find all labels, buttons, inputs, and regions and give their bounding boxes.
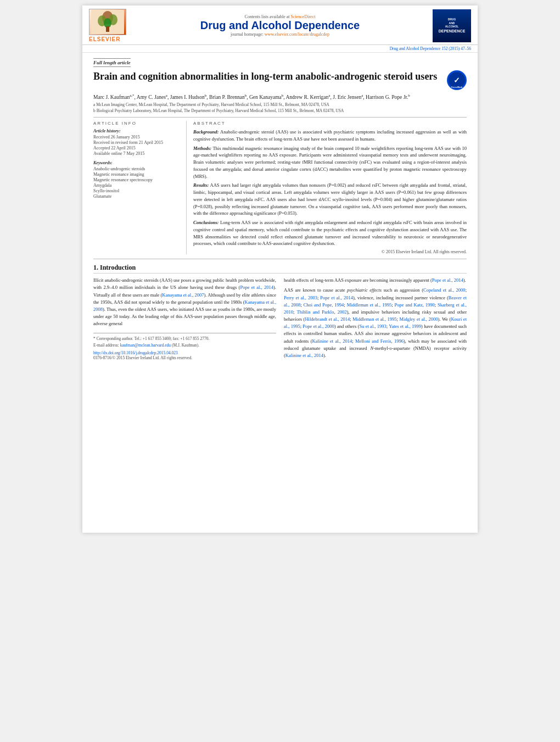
ref-choi1994[interactable]: Choi and Pope, 1994 — [304, 302, 344, 308]
received-date: Received 26 January 2015 — [93, 135, 181, 140]
copyright-line: © 2015 Elsevier Ireland Ltd. All rights … — [193, 249, 467, 254]
article-info-abstract-section: ARTICLE INFO Article history: Received 2… — [93, 121, 467, 254]
elsevier-tree-image — [89, 9, 126, 35]
article-info-heading: ARTICLE INFO — [93, 121, 181, 126]
abstract-column: ABSTRACT Background: Anabolic-androgenic… — [193, 121, 467, 254]
ref-midgley2000[interactable]: Midgley et al., 2000 — [400, 316, 438, 322]
ref-kalinine2014-1[interactable]: Kalinine et al., 2014 — [312, 338, 352, 344]
ref-kanayama2008[interactable]: Kanayama et al., 2008 — [93, 299, 276, 312]
footnote-email-link[interactable]: kaufman@mclean.harvard.edu — [120, 343, 171, 348]
authors-line: Marc J. Kaufmana,*, Amy C. Janesa, James… — [93, 93, 467, 100]
ref-pope1990[interactable]: Pope and Katz, 1990 — [394, 302, 434, 308]
keyword-1: Anabolic-androgenic steroids — [93, 166, 181, 171]
keyword-4: Amygdala — [93, 183, 181, 188]
methods-text: This multimodal magnetic resonance imagi… — [193, 146, 467, 179]
issn-line: 0376-8716/© 2015 Elsevier Ireland Ltd. A… — [93, 355, 276, 360]
page: ELSEVIER Contents lists available at Sci… — [82, 5, 478, 533]
footnote-email-name: (M.J. Kaufman). — [172, 343, 199, 348]
sciencedirect-line: Contents lists available at ScienceDirec… — [127, 14, 433, 19]
ref-kanayama2007[interactable]: Kanayama et al., 2007 — [162, 292, 204, 298]
ref-pope2014-1[interactable]: Pope et al., 2014 — [240, 284, 273, 290]
content-area: Full length article Brain and cognition … — [82, 53, 478, 371]
elsevier-text: ELSEVIER — [89, 36, 120, 42]
conclusions-text: Long-term AAS use is associated with rig… — [193, 220, 467, 246]
ref-hildebrandt2014[interactable]: Hildebrandt et al., 2014 — [305, 316, 350, 322]
keywords-label: Keywords: — [93, 160, 181, 165]
background-label: Background: — [193, 129, 219, 135]
keyword-6: Glutamate — [93, 194, 181, 199]
svg-rect-5 — [106, 26, 109, 32]
paper-title: Brain and cognition abnormalities in lon… — [93, 70, 441, 83]
others-text: others — [345, 323, 356, 329]
svg-text:✓: ✓ — [453, 76, 460, 85]
abstract-background: Background: Anabolic-androgenic steroid … — [193, 129, 467, 143]
intro-para1: Illicit anabolic-androgenic steroids (AA… — [93, 277, 276, 327]
svg-text:CrossMark: CrossMark — [451, 86, 463, 88]
conclusions-label: Conclusions: — [193, 220, 219, 225]
article-info-column: ARTICLE INFO Article history: Received 2… — [93, 121, 187, 254]
ref-copeland2000[interactable]: Copeland et al., 2000 — [423, 287, 466, 293]
doi-footer[interactable]: http://dx.doi.org/10.1016/j.drugalcdep.2… — [93, 350, 276, 355]
body-section: 1. Introduction Illicit anabolic-androge… — [93, 264, 467, 362]
affiliation-b: b Biological Psychiatry Laboratory, McLe… — [93, 108, 467, 114]
keyword-5: Scyllo-inositol — [93, 188, 181, 193]
journal-logo-right: DRUGANDALCOHOLDEPENDENCE — [433, 9, 471, 42]
sciencedirect-link[interactable]: ScienceDirect — [291, 14, 316, 19]
crossmark-badge: ✓ CrossMark — [447, 70, 467, 90]
methods-label: Methods: — [193, 146, 211, 151]
keyword-2: Magnetic resonance imaging — [93, 172, 181, 177]
accepted-date: Accepted 22 April 2015 — [93, 146, 181, 150]
available-online-date: Available online 7 May 2015 — [93, 151, 181, 156]
body-col-left: Illicit anabolic-androgenic steroids (AA… — [93, 277, 276, 362]
elsevier-logo-area: ELSEVIER — [89, 9, 127, 42]
homepage-line: journal homepage: www.elsevier.com/locat… — [127, 32, 433, 37]
abstract-heading: ABSTRACT — [193, 121, 467, 126]
article-history-label: Article history: — [93, 129, 181, 133]
footnote-corresponding: * Corresponding author. Tel.: +1 617 855… — [93, 336, 276, 342]
ref-perry2003[interactable]: Perry et al., 2003 — [284, 295, 317, 300]
journal-info-center: Contents lists available at ScienceDirec… — [127, 14, 433, 37]
ref-su1993[interactable]: Su et al., 1993 — [359, 323, 386, 329]
journal-title: Drug and Alcohol Dependence — [127, 19, 433, 32]
footnote-email-label: E-mail address: — [93, 343, 120, 348]
ref-middleman1995-1[interactable]: Middleman et al., 1995 — [347, 302, 392, 308]
ref-pope2014-2[interactable]: Pope et al., 2014 — [432, 277, 463, 283]
body-col-right: health effects of long-term AAS exposure… — [284, 277, 467, 362]
ref-kalinine2014-2[interactable]: Kalinine et al., 2014 — [285, 353, 323, 358]
footnote-email-line: E-mail address: kaufman@mclean.harvard.e… — [93, 342, 276, 348]
divider-1 — [93, 117, 467, 118]
abstract-conclusions: Conclusions: Long-term AAS use is associ… — [193, 219, 467, 247]
revised-date: Received in revised form 21 April 2015 — [93, 140, 181, 145]
ref-yates1999[interactable]: Yates et al., 1999 — [389, 323, 421, 329]
abstract-methods: Methods: This multimodal magnetic resona… — [193, 145, 467, 180]
abstract-text: Background: Anabolic-androgenic steroid … — [193, 129, 467, 247]
results-text: AAS users had larger right amygdala volu… — [193, 182, 467, 216]
article-type: Full length article — [93, 58, 131, 67]
intro-para3-right: AAS are known to cause acute psychiatric… — [284, 287, 467, 359]
results-label: Results: — [193, 182, 209, 188]
intro-para2-right: health effects of long-term AAS exposure… — [284, 277, 467, 284]
divider-2 — [93, 259, 467, 259]
ref-melloni1996[interactable]: Melloni and Ferris, 1996 — [355, 338, 404, 344]
ref-thiblin2002[interactable]: Thiblin and Parklo, 2002 — [296, 309, 346, 315]
intro-two-col: Illicit anabolic-androgenic steroids (AA… — [93, 277, 467, 362]
affiliations: a McLean Imaging Center, McLean Hospital… — [93, 102, 467, 114]
doi-bar: Drug and Alcohol Dependence 152 (2015) 4… — [82, 45, 478, 53]
ref-pope2014-3[interactable]: Pope et al., 2014 — [320, 295, 353, 300]
ref-pope2000[interactable]: Pope et al., 2000 — [303, 323, 334, 329]
section1-title: 1. Introduction — [93, 264, 467, 274]
journal-header: ELSEVIER Contents lists available at Sci… — [82, 5, 478, 45]
background-text: Anabolic-androgenic steroid (AAS) use is… — [193, 129, 467, 142]
affiliation-a: a McLean Imaging Center, McLean Hospital… — [93, 102, 467, 108]
homepage-link[interactable]: www.elsevier.com/locate/drugalcdep — [265, 32, 329, 37]
ref-middleman1995-2[interactable]: Middleman et al., 1995 — [352, 316, 396, 322]
abstract-results: Results: AAS users had larger right amyg… — [193, 182, 467, 217]
keyword-3: Magnetic resonance spectroscopy — [93, 177, 181, 182]
footnote-area: * Corresponding author. Tel.: +1 617 855… — [93, 333, 276, 348]
paper-title-row: Brain and cognition abnormalities in lon… — [93, 70, 467, 90]
